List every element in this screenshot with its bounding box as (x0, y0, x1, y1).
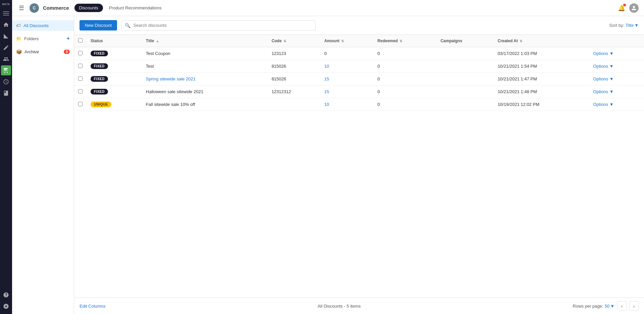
main-panel: New Discount 🔍 Sort by: Title ▼ (74, 16, 644, 314)
toolbar: New Discount 🔍 Sort by: Title ▼ (74, 16, 644, 35)
book-icon[interactable] (1, 88, 11, 98)
archive-label: Archive (24, 49, 61, 54)
sidebar: 🏷 All Discounts 📁 Folders + 📦 Archive 0 (12, 16, 74, 314)
row-options[interactable]: Options ▼ (589, 85, 644, 98)
table-row: FIXED Halloween sale sitewide 2021 12312… (74, 85, 644, 98)
analytics-icon[interactable] (1, 31, 11, 41)
row-checkbox-cell[interactable] (74, 47, 87, 60)
col-header-amount[interactable]: Amount ⇅ (320, 35, 374, 47)
svg-rect-2 (3, 15, 9, 16)
col-header-title[interactable]: Title ▲ (142, 35, 268, 47)
svg-rect-1 (3, 13, 9, 14)
header-actions: 🔔 (618, 3, 639, 13)
col-header-redeemed[interactable]: Redeemed ⇅ (373, 35, 436, 47)
rows-per-page-label: Rows per page: (573, 304, 603, 309)
options-button[interactable]: Options ▼ (593, 51, 613, 56)
add-circle-icon[interactable] (1, 301, 11, 311)
search-input[interactable] (133, 23, 312, 28)
row-checkbox[interactable] (78, 89, 83, 93)
sidebar-item-archive[interactable]: 📦 Archive 0 (12, 46, 74, 57)
status-badge: FIXED (91, 51, 108, 56)
row-status: FIXED (87, 60, 142, 73)
select-all-checkbox[interactable] (78, 38, 83, 43)
row-checkbox[interactable] (78, 64, 83, 68)
status-badge: FIXED (91, 76, 108, 82)
row-checkbox-cell[interactable] (74, 85, 87, 98)
discounts-table: Status Title ▲ Code ⇅ Amount ⇅ Redeemed … (74, 35, 644, 111)
sidebar-item-all-discounts[interactable]: 🏷 All Discounts (12, 20, 74, 31)
shop-icon[interactable] (1, 65, 11, 75)
options-button[interactable]: Options ▼ (593, 64, 613, 69)
add-folder-button[interactable]: + (67, 36, 70, 42)
help-icon[interactable] (1, 290, 11, 300)
row-code: 815026 (268, 73, 320, 85)
row-redeemed: 0 (373, 60, 436, 73)
options-button[interactable]: Options ▼ (593, 102, 613, 107)
row-amount: 0 (320, 47, 374, 60)
row-title: Halloween sale sitewide 2021 (142, 85, 268, 98)
col-header-code[interactable]: Code ⇅ (268, 35, 320, 47)
row-title: Test (142, 60, 268, 73)
row-status: FIXED (87, 47, 142, 60)
row-options[interactable]: Options ▼ (589, 47, 644, 60)
row-checkbox[interactable] (78, 51, 83, 55)
row-options[interactable]: Options ▼ (589, 98, 644, 111)
row-options[interactable]: Options ▼ (589, 73, 644, 85)
row-title: Test Coupon (142, 47, 268, 60)
edit-columns-button[interactable]: Edit Columns (79, 304, 105, 309)
next-page-button[interactable]: › (629, 301, 639, 311)
options-button[interactable]: Options ▼ (593, 76, 613, 81)
rows-per-page-select[interactable]: 50 ▼ (605, 304, 614, 309)
options-button[interactable]: Options ▼ (593, 89, 613, 94)
row-title[interactable]: Spring sitewide sale 2021 (142, 73, 268, 85)
col-header-status[interactable]: Status (87, 35, 142, 47)
status-badge: FIXED (91, 89, 108, 95)
row-status: FIXED (87, 85, 142, 98)
hamburger-menu-icon[interactable] (1, 8, 11, 18)
sidebar-folders-item[interactable]: 📁 Folders + (12, 34, 74, 44)
row-created-at: 10/21/2021 1:47 PM (494, 73, 589, 85)
row-options[interactable]: Options ▼ (589, 60, 644, 73)
row-created-at: 10/21/2021 1:54 PM (494, 60, 589, 73)
hamburger-button[interactable]: ☰ (17, 3, 25, 13)
row-checkbox-cell[interactable] (74, 98, 87, 111)
people-icon[interactable] (1, 54, 11, 64)
svg-rect-0 (3, 11, 9, 12)
new-discount-button[interactable]: New Discount (79, 20, 117, 30)
col-header-created-at[interactable]: Created At ⇅ (494, 35, 589, 47)
tab-discounts[interactable]: Discounts (74, 4, 103, 12)
notification-icon[interactable]: 🔔 (618, 4, 625, 12)
tab-product-recommendations[interactable]: Product Recommendations (104, 4, 166, 12)
sort-value[interactable]: Title ▼ (626, 23, 639, 28)
status-badge: FIXED (91, 63, 108, 69)
row-campaigns (436, 98, 493, 111)
user-avatar[interactable] (629, 3, 639, 13)
row-code: 123123 (268, 47, 320, 60)
summary-label: All Discounts (318, 304, 343, 309)
row-created-at: 10/19/2021 12:02 PM (494, 98, 589, 111)
row-code: 815026 (268, 60, 320, 73)
home-icon[interactable] (1, 20, 11, 30)
all-discounts-label: All Discounts (23, 23, 70, 28)
select-all-header[interactable] (74, 35, 87, 47)
brand-avatar: C (30, 3, 39, 13)
row-checkbox-cell[interactable] (74, 60, 87, 73)
row-campaigns (436, 60, 493, 73)
row-checkbox-cell[interactable] (74, 73, 87, 85)
row-redeemed: 0 (373, 98, 436, 111)
left-navigation: BETA (0, 0, 12, 314)
row-amount: 15 (320, 85, 374, 98)
rows-per-page: Rows per page: 50 ▼ (573, 304, 614, 309)
table-row: FIXED Test Coupon 123123 0 0 03/17/2022 … (74, 47, 644, 60)
schedule-icon[interactable] (1, 77, 11, 87)
summary-count: 5 items (346, 304, 361, 309)
row-checkbox[interactable] (78, 76, 83, 81)
row-amount: 10 (320, 60, 374, 73)
row-redeemed: 0 (373, 47, 436, 60)
row-checkbox[interactable] (78, 102, 83, 106)
edit-icon[interactable] (1, 43, 11, 53)
table-row: FIXED Spring sitewide sale 2021 815026 1… (74, 73, 644, 85)
row-status: FIXED (87, 73, 142, 85)
table-header: Status Title ▲ Code ⇅ Amount ⇅ Redeemed … (74, 35, 644, 47)
prev-page-button[interactable]: ‹ (617, 301, 627, 311)
